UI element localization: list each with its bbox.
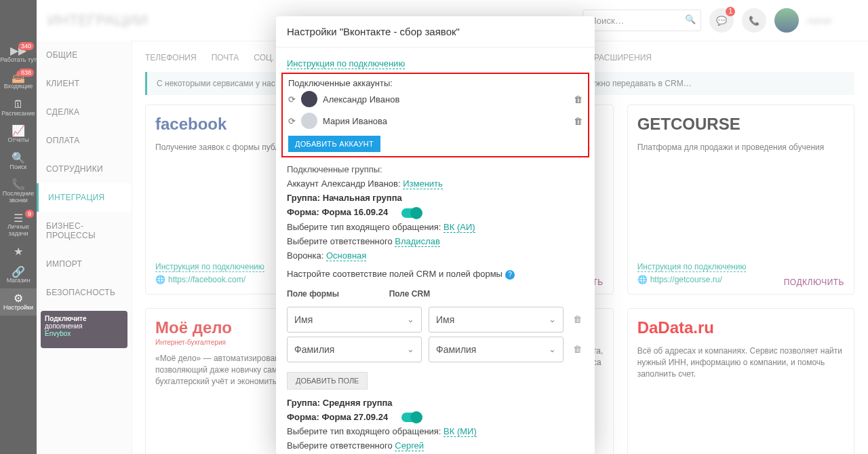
crm-field-select[interactable]: Имя⌄ [429,307,564,333]
instruction-link[interactable]: Инструкция по подключению [287,58,405,69]
groups-label: Подключенные группы: [287,164,584,174]
form-field-select[interactable]: Фамилия⌄ [287,337,422,362]
vk-settings-modal: Настройки "Вконтакте - сбор заявок" Инст… [276,16,595,454]
incoming-type-link[interactable]: ВК (АИ) [443,222,475,233]
help-icon[interactable]: ? [505,270,515,280]
delete-account-icon[interactable]: 🗑 [574,94,583,105]
add-field-button[interactable]: ДОБАВИТЬ ПОЛЕ [287,372,368,390]
account-avatar [301,91,317,107]
accounts-highlight: Подключенные аккаунты: ⟳Александр Иванов… [281,73,589,157]
account-row: ⟳Мария Иванова🗑 [288,110,583,132]
chevron-down-icon: ⌄ [407,314,414,324]
accounts-label: Подключенные аккаунты: [288,78,583,88]
delete-row-icon[interactable]: 🗑 [570,314,584,324]
field-map-row: Имя⌄Имя⌄🗑 [287,307,584,333]
add-account-button[interactable]: ДОБАВИТЬ АККАУНТ [288,136,380,152]
change-account-link[interactable]: Изменить [403,178,443,189]
chevron-down-icon: ⌄ [549,344,556,354]
sync-icon[interactable]: ⟳ [288,94,296,105]
form1-toggle[interactable] [401,208,422,218]
account-name: Мария Иванова [323,116,568,126]
delete-row-icon[interactable]: 🗑 [570,344,584,354]
responsible-link[interactable]: Владислав [395,236,440,247]
chevron-down-icon: ⌄ [549,314,556,324]
incoming-type2-link[interactable]: ВК (МИ) [443,426,477,437]
account-name: Александр Иванов [323,94,568,105]
form2-toggle[interactable] [401,413,422,422]
modal-title: Настройки "Вконтакте - сбор заявок" [276,16,595,48]
sync-icon[interactable]: ⟳ [288,116,296,126]
funnel-link[interactable]: Основная [326,250,366,261]
account-row: ⟳Александр Иванов🗑 [288,88,583,110]
account-avatar [301,113,317,129]
form-field-select[interactable]: Имя⌄ [287,307,422,333]
responsible2-link[interactable]: Сергей [395,440,424,451]
delete-account-icon[interactable]: 🗑 [574,116,583,126]
field-map-row: Фамилия⌄Фамилия⌄🗑 [287,337,584,362]
chevron-down-icon: ⌄ [407,344,414,354]
crm-field-select[interactable]: Фамилия⌄ [429,337,564,362]
